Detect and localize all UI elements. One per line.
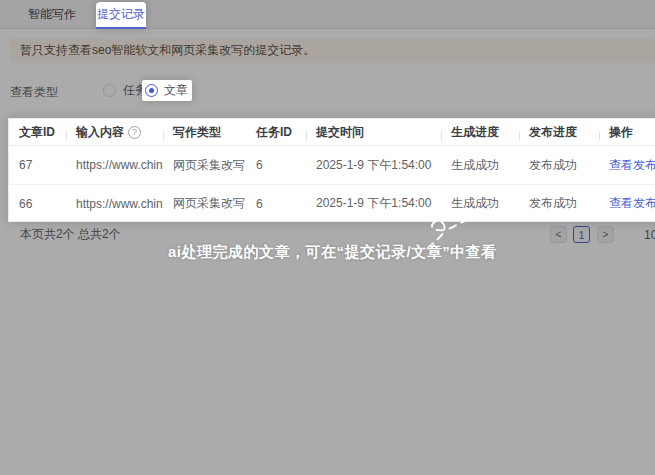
- cell-writing-type: 网页采集改写: [163, 157, 246, 174]
- cell-article-id: 66: [9, 197, 66, 211]
- col-article-id: 文章ID: [9, 124, 66, 141]
- cell-task-id: 6: [246, 158, 306, 172]
- table-row: 67 https://www.china... 网页采集改写 6 2025-1-…: [9, 146, 655, 184]
- records-table: 文章ID 输入内容 ? 写作类型 任务ID 提交时间 生成进度 发布进度 操作 …: [8, 118, 655, 222]
- cell-input-content: https://www.china...: [66, 197, 163, 211]
- cell-input-content: https://www.china...: [66, 158, 163, 172]
- cell-pub-status: 发布成功: [519, 157, 599, 174]
- view-published-link[interactable]: 查看发布内容: [609, 195, 655, 212]
- view-published-link[interactable]: 查看发布内容: [609, 157, 655, 174]
- radio-checked-icon[interactable]: [145, 84, 158, 97]
- cell-submit-time: 2025-1-9 下午1:54:00: [306, 157, 441, 174]
- radio-article[interactable]: 文章: [142, 80, 192, 101]
- cell-task-id: 6: [246, 197, 306, 211]
- col-gen-progress: 生成进度: [441, 124, 519, 141]
- col-input-content-label: 输入内容: [76, 124, 124, 141]
- col-writing-type: 写作类型: [163, 124, 246, 141]
- cell-article-id: 67: [9, 158, 66, 172]
- help-icon[interactable]: ?: [128, 126, 141, 139]
- radio-article-label: 文章: [164, 82, 188, 99]
- col-submit-time: 提交时间: [306, 124, 441, 141]
- col-task-id: 任务ID: [246, 124, 306, 141]
- cell-gen-status: 生成成功: [441, 157, 519, 174]
- cell-writing-type: 网页采集改写: [163, 195, 246, 212]
- table-header-row: 文章ID 输入内容 ? 写作类型 任务ID 提交时间 生成进度 发布进度 操作: [9, 119, 655, 146]
- tab-submit-records[interactable]: 提交记录: [96, 2, 146, 29]
- dim-overlay: [0, 0, 655, 475]
- cell-pub-status: 发布成功: [519, 195, 599, 212]
- col-pub-progress: 发布进度: [519, 124, 599, 141]
- col-action: 操作: [599, 124, 655, 141]
- ai-writing-records-screen: 智能写作 提交记录 暂只支持查看seo智能软文和网页采集改写的提交记录。 查看类…: [0, 0, 655, 475]
- tour-caption: ai处理完成的文章，可在“提交记录/文章”中查看: [168, 243, 497, 262]
- col-input-content: 输入内容 ?: [66, 124, 163, 141]
- table-row: 66 https://www.china... 网页采集改写 6 2025-1-…: [9, 184, 655, 222]
